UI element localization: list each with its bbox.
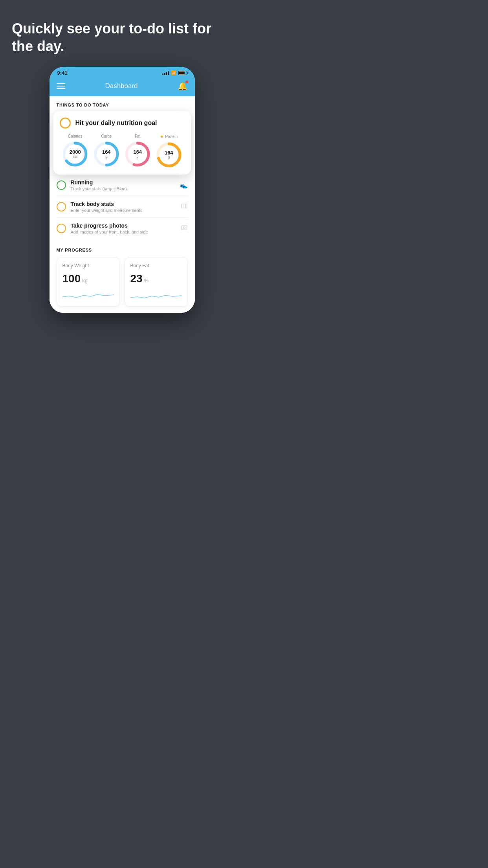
app-title: Dashboard (105, 82, 138, 90)
svg-rect-8 (182, 204, 187, 208)
fat-label: Fat (135, 134, 140, 138)
signal-icon (162, 71, 169, 75)
carbs-label: Carbs (101, 134, 112, 138)
body-weight-sparkline (62, 289, 114, 301)
phone-frame: 9:41 📶 Dashboard 🔔 (50, 67, 195, 313)
protein-value: 164 (165, 150, 173, 156)
running-check-circle (57, 180, 66, 190)
calories-value: 2000 (70, 149, 81, 155)
photos-icon (181, 224, 188, 233)
wifi-icon: 📶 (171, 70, 176, 75)
carbs-unit: g (102, 155, 111, 159)
protein-stat: ★ Protein 164 g (156, 134, 182, 168)
fat-unit: g (133, 155, 142, 159)
protein-donut: 164 g (156, 142, 182, 168)
nutrition-card-header: Hit your daily nutrition goal (60, 118, 185, 129)
app-header: Dashboard 🔔 (50, 77, 195, 96)
running-icon: 👟 (180, 182, 188, 189)
body-weight-card-title: Body Weight (62, 263, 114, 268)
body-stats-title: Track body stats (71, 201, 176, 207)
notification-dot (185, 81, 188, 83)
svg-rect-11 (182, 226, 187, 230)
photos-text: Take progress photos Add images of your … (71, 223, 176, 234)
nutrition-check-circle (60, 118, 71, 129)
hero-section: Quickly see your to-do list for the day. (0, 0, 244, 63)
phone-mockup: 9:41 📶 Dashboard 🔔 (0, 67, 244, 329)
status-time: 9:41 (57, 70, 68, 76)
protein-star-icon: ★ (160, 134, 164, 139)
things-today-header: THINGS TO DO TODAY (50, 96, 195, 111)
progress-section: MY PROGRESS Body Weight 100 kg (50, 241, 195, 313)
body-fat-card-title: Body Fat (130, 263, 182, 268)
progress-cards: Body Weight 100 kg Body Fat (57, 257, 188, 307)
body-stats-icon (181, 202, 188, 211)
protein-label: ★ Protein (160, 134, 178, 139)
body-fat-sparkline (130, 289, 182, 301)
body-weight-value: 100 kg (62, 272, 114, 285)
fat-value: 164 (133, 149, 142, 155)
fat-stat: Fat 164 g (124, 134, 151, 167)
carbs-donut: 164 g (93, 141, 120, 167)
progress-header: MY PROGRESS (57, 248, 188, 252)
body-stats-text: Track body stats Enter your weight and m… (71, 201, 176, 213)
running-subtitle: Track your stats (target: 5km) (71, 186, 175, 191)
body-fat-unit: % (144, 278, 149, 283)
svg-point-12 (183, 227, 185, 229)
battery-icon (178, 71, 187, 75)
nutrition-card[interactable]: Hit your daily nutrition goal Calories (53, 111, 191, 175)
body-weight-number: 100 (62, 272, 81, 285)
todo-item-body-stats[interactable]: Track body stats Enter your weight and m… (57, 196, 188, 218)
protein-unit: g (165, 156, 173, 160)
todo-item-photos[interactable]: Take progress photos Add images of your … (57, 218, 188, 239)
app-content: THINGS TO DO TODAY Hit your daily nutrit… (50, 96, 195, 313)
body-fat-value: 23 % (130, 272, 182, 285)
calories-stat: Calories 2000 cal (62, 134, 88, 167)
fat-donut: 164 g (124, 141, 151, 167)
hero-title: Quickly see your to-do list for the day. (12, 20, 232, 55)
calories-donut: 2000 cal (62, 141, 88, 167)
body-fat-card[interactable]: Body Fat 23 % (125, 257, 188, 307)
todo-item-running[interactable]: Running Track your stats (target: 5km) 👟 (57, 175, 188, 196)
notification-bell-button[interactable]: 🔔 (178, 81, 187, 91)
running-title: Running (71, 179, 175, 186)
body-stats-subtitle: Enter your weight and measurements (71, 208, 176, 213)
status-icons: 📶 (162, 70, 187, 75)
running-text: Running Track your stats (target: 5km) (71, 179, 175, 191)
body-fat-number: 23 (130, 272, 143, 285)
nutrition-stats: Calories 2000 cal (60, 134, 185, 168)
nutrition-card-title: Hit your daily nutrition goal (75, 120, 157, 127)
body-weight-unit: kg (82, 278, 88, 283)
photos-check-circle (57, 224, 66, 233)
carbs-stat: Carbs 164 g (93, 134, 120, 167)
status-bar: 9:41 📶 (50, 67, 195, 77)
menu-button[interactable] (57, 83, 65, 89)
calories-unit: cal (70, 155, 81, 159)
photos-title: Take progress photos (71, 223, 176, 229)
calories-label: Calories (68, 134, 83, 138)
carbs-value: 164 (102, 149, 111, 155)
todo-list: Running Track your stats (target: 5km) 👟… (50, 175, 195, 239)
body-stats-check-circle (57, 202, 66, 211)
photos-subtitle: Add images of your front, back, and side (71, 230, 176, 234)
body-weight-card[interactable]: Body Weight 100 kg (57, 257, 120, 307)
